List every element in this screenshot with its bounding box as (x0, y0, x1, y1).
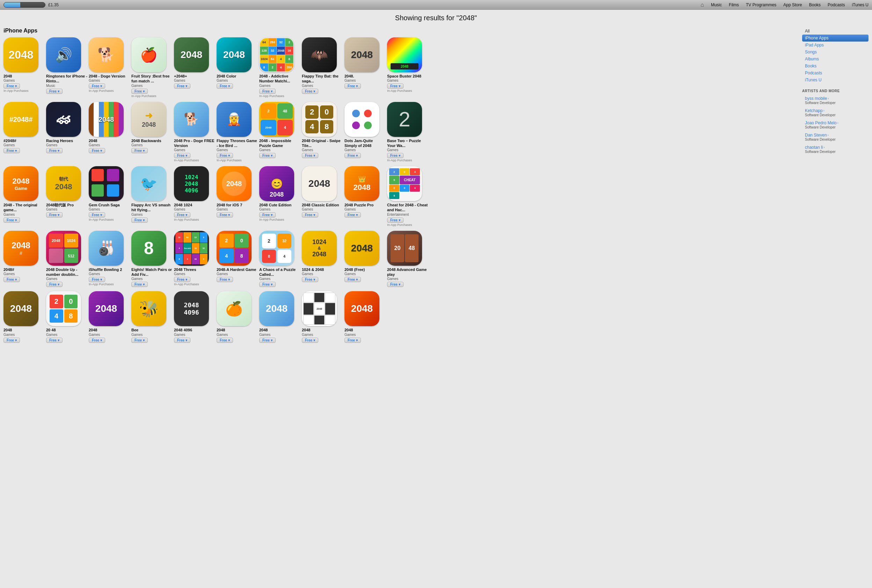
price-button[interactable]: Free ▾ (259, 89, 276, 94)
artist-name[interactable]: byss mobile › (805, 96, 866, 101)
price-button[interactable]: Free ▾ (46, 282, 63, 287)
price-button[interactable]: Free ▾ (216, 84, 233, 89)
app-item[interactable]: 2048 2048 Games Free ▾ (3, 291, 45, 342)
price-button[interactable]: Free ▾ (131, 148, 148, 153)
price-button[interactable]: Free ▾ (46, 89, 63, 94)
app-item[interactable]: 🐕 2048 - Doge Version Games Free ▾ In-Ap… (89, 38, 130, 98)
nav-tv[interactable]: TV Programmes (746, 3, 776, 8)
nav-appstore[interactable]: App Store (783, 3, 802, 8)
price-button[interactable]: Free ▾ (3, 84, 20, 89)
app-item[interactable]: 32 52 12 8 4 You win! 16 32 8 4 16 8 204 (174, 231, 215, 287)
price-button[interactable]: Free ▾ (259, 282, 276, 287)
app-item[interactable]: 2048 2048. Games Free ▾ (344, 38, 386, 98)
price-button[interactable]: Free ▾ (89, 277, 105, 282)
price-button[interactable]: Free ▾ (174, 338, 190, 343)
app-item[interactable]: 2 Base Two – Puzzle Your Wa... Games Fre… (387, 102, 428, 162)
price-button[interactable]: Free ▾ (216, 153, 233, 158)
app-item[interactable]: 2048 2048 Games Free ▾ (89, 102, 130, 162)
price-button[interactable]: Free ▾ (46, 148, 63, 153)
sidebar-item-podcasts[interactable]: Podcasts (802, 69, 869, 76)
app-item[interactable]: 1024 & 2048 1024 & 2048 Games Free ▾ (302, 231, 343, 287)
sidebar-item-iphone[interactable]: iPhone Apps (802, 34, 869, 42)
app-item[interactable]: 2048 Space Buster 2048 Games Free ▾ In-A… (387, 38, 428, 98)
app-item[interactable]: #2048# #2048# Games Free ▾ (3, 102, 45, 162)
price-button[interactable]: Free ▾ (387, 84, 403, 89)
app-item[interactable]: 🍊 2048 Games Free ▾ (216, 291, 258, 342)
sidebar-item-itunes[interactable]: iTunes U (802, 76, 869, 84)
sidebar-artist-item[interactable]: byss mobile › Software Developer (802, 95, 869, 106)
price-button[interactable]: Free ▾ (387, 282, 403, 287)
app-item[interactable]: 👑 2048 2048 Puzzle Pro Games Free ▾ (344, 166, 386, 226)
price-button[interactable]: Free ▾ (174, 212, 190, 218)
app-item[interactable]: 2048 2048 Games Free ▾ (259, 291, 301, 342)
nav-podcasts[interactable]: Podcasts (828, 3, 845, 8)
app-item[interactable]: Gem Crush Saga Games Free ▾ In-App Purch… (89, 166, 130, 226)
nav-music[interactable]: Music (711, 3, 722, 8)
sidebar-item-songs[interactable]: Songs (802, 48, 869, 56)
app-item[interactable]: 🎳 iShuffle Bowling 2 Games Free ▾ In-App… (89, 231, 130, 287)
price-button[interactable]: Free ▾ (131, 282, 148, 287)
app-item[interactable]: 2048 +2048+ Games Free ▾ (174, 38, 215, 98)
price-button[interactable]: Free ▾ (302, 338, 318, 343)
app-item[interactable]: 2048 2048 for iOS 7 Games Free ▾ (216, 166, 258, 226)
price-button[interactable]: Free ▾ (3, 277, 20, 282)
app-item[interactable]: 2 0 4 8 2048 Original - Swipe Tile... Ga… (302, 102, 343, 162)
app-item[interactable]: Dots Jam-Quite Simply of 2048 Games Free… (344, 102, 386, 162)
app-item[interactable]: 🔊 Ringtones for iPhone - Rinto... Music … (46, 38, 87, 98)
sidebar-artist-item[interactable]: Dan Steven › Software Developer (802, 132, 869, 142)
price-button[interactable]: Free ▾ (302, 212, 318, 218)
app-item[interactable]: 😊 2048 2048 Cute Edition Games Free ▾ In… (259, 166, 301, 226)
artist-name[interactable]: chaotan li › (805, 145, 866, 150)
home-icon[interactable]: ⌂ (701, 2, 704, 8)
price-button[interactable]: Free ▾ (89, 84, 105, 89)
sidebar-item-all[interactable]: All (802, 28, 869, 34)
price-button[interactable]: Free ▾ (344, 212, 361, 218)
price-button[interactable]: Free ▾ (302, 277, 318, 282)
price-button[interactable]: Free ▾ (344, 277, 361, 282)
price-button[interactable]: Free ▾ (259, 212, 276, 218)
price-button[interactable]: Free ▾ (302, 153, 318, 158)
app-item[interactable]: 🦇 Flappy Tiny Bat: the saga... Games Fre… (302, 38, 343, 98)
price-button[interactable]: Free ▾ (216, 277, 233, 282)
app-item[interactable]: 2 0 4 8 20 48 Games Free ▾ (46, 291, 87, 342)
price-button[interactable]: Free ▾ (387, 153, 403, 158)
artist-name[interactable]: Dan Steven › (805, 133, 866, 138)
app-item[interactable]: 2048 Game 2048 - The original game... Ga… (3, 166, 45, 226)
app-item[interactable]: 2048 2048 (Free) Games Free ▾ (344, 231, 386, 287)
app-item[interactable]: 2 0 4 8 CHEAT 2 0 4 8 Cheat for 2048 - C… (387, 166, 428, 226)
app-item[interactable]: 🧝 Flappy Thrones Game - Ice Bird ... Gam… (216, 102, 258, 162)
app-item[interactable]: 🏎 Racing Heroes Games Free ▾ (46, 102, 87, 162)
price-button[interactable]: Free ▾ (216, 212, 233, 218)
price-button[interactable]: Free ▾ (216, 338, 233, 343)
price-button[interactable]: Free ▾ (131, 338, 148, 343)
artist-name[interactable]: Ketchapp › (805, 108, 866, 113)
sidebar-artist-item[interactable]: Joao Pedro Melo › Software Developer (802, 119, 869, 130)
price-button[interactable]: Free ▾ (131, 89, 148, 94)
app-item[interactable]: 2048 2048 Games Free ▾ In-App Purchases (3, 38, 45, 98)
app-item[interactable]: 2048 2048 Games Free ▾ (89, 291, 130, 342)
price-button[interactable]: Free ▾ (259, 338, 276, 343)
price-button[interactable]: Free ▾ (46, 338, 63, 343)
nav-films[interactable]: Films (729, 3, 739, 8)
price-button[interactable]: Free ▾ (344, 338, 361, 343)
price-button[interactable]: Free ▾ (174, 153, 190, 158)
sidebar-artist-item[interactable]: Ketchapp › Software Developer (802, 107, 869, 118)
price-button[interactable]: Free ▾ (387, 218, 403, 223)
app-item[interactable]: 2048 2048 Games Free ▾ (344, 291, 386, 342)
nav-itunes[interactable]: iTunes U (852, 3, 869, 8)
app-item[interactable]: 64256322 12832204816 10246448 824256 204… (259, 38, 301, 98)
app-item[interactable]: 8 Eights! Match Pairs or Add Fiv... Game… (131, 231, 173, 287)
app-item[interactable]: 2 48 2048 4 2048 - Impossible Puzzle Gam… (259, 102, 301, 162)
app-item[interactable]: 2048 2048 Classic Edition Games Free ▾ (302, 166, 343, 226)
app-item[interactable]: 2048 2048 Color Games Free ▾ (216, 38, 258, 98)
price-button[interactable]: Free ▾ (3, 148, 20, 153)
price-button[interactable]: Free ▾ (89, 338, 105, 343)
sidebar-item-ipad[interactable]: iPad Apps (802, 42, 869, 48)
app-item[interactable]: 2 0 4 8 2048-A Hardest Game Games Free ▾ (216, 231, 258, 287)
app-item[interactable]: 20 48 2048 Advanced Game play Games Free… (387, 231, 428, 287)
price-button[interactable]: Free ▾ (46, 212, 63, 218)
app-item[interactable]: 2048 1024 512 2048 Double Up - number do… (46, 231, 87, 287)
price-button[interactable]: Free ▾ (174, 84, 190, 89)
sidebar-artist-item[interactable]: chaotan li › Software Developer (802, 144, 869, 154)
app-item[interactable]: 🐦 Flappy Arc VS smash hit flying... Game… (131, 166, 173, 226)
